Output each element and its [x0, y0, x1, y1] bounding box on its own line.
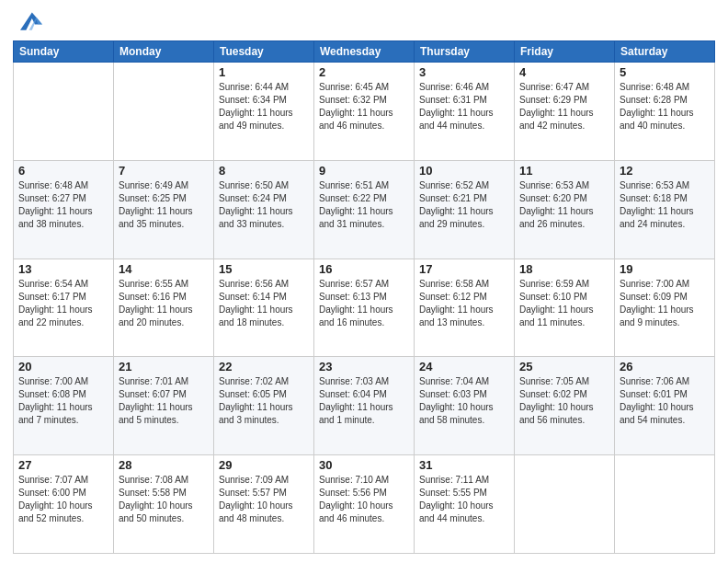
calendar-cell: 18Sunrise: 6:59 AM Sunset: 6:10 PM Dayli… [515, 259, 615, 357]
day-info: Sunrise: 6:48 AM Sunset: 6:28 PM Dayligh… [620, 81, 710, 132]
calendar-cell: 4Sunrise: 6:47 AM Sunset: 6:29 PM Daylig… [515, 63, 615, 161]
calendar-cell: 28Sunrise: 7:08 AM Sunset: 5:58 PM Dayli… [114, 455, 214, 554]
calendar-cell: 13Sunrise: 6:54 AM Sunset: 6:17 PM Dayli… [14, 259, 114, 357]
day-number: 19 [620, 262, 710, 276]
calendar-cell [14, 63, 114, 161]
day-info: Sunrise: 6:57 AM Sunset: 6:13 PM Dayligh… [319, 278, 409, 329]
day-info: Sunrise: 6:53 AM Sunset: 6:18 PM Dayligh… [620, 179, 710, 231]
day-info: Sunrise: 6:45 AM Sunset: 6:32 PM Dayligh… [319, 81, 409, 132]
weekday-header-tuesday: Tuesday [214, 41, 314, 63]
weekday-header-thursday: Thursday [415, 41, 515, 63]
calendar-cell: 12Sunrise: 6:53 AM Sunset: 6:18 PM Dayli… [615, 160, 715, 259]
calendar-cell: 25Sunrise: 7:05 AM Sunset: 6:02 PM Dayli… [515, 357, 615, 455]
header [13, 9, 715, 35]
day-number: 13 [18, 262, 108, 276]
day-number: 14 [119, 262, 209, 276]
day-number: 4 [519, 65, 609, 79]
calendar-cell: 8Sunrise: 6:50 AM Sunset: 6:24 PM Daylig… [214, 160, 314, 259]
day-info: Sunrise: 7:08 AM Sunset: 5:58 PM Dayligh… [119, 474, 209, 525]
day-info: Sunrise: 7:05 AM Sunset: 6:02 PM Dayligh… [519, 375, 609, 427]
day-number: 21 [119, 360, 209, 373]
weekday-header-sunday: Sunday [14, 41, 114, 63]
calendar-cell: 14Sunrise: 6:55 AM Sunset: 6:16 PM Dayli… [114, 259, 214, 357]
day-number: 6 [18, 164, 108, 178]
calendar-cell: 29Sunrise: 7:09 AM Sunset: 5:57 PM Dayli… [214, 455, 314, 554]
calendar-cell: 17Sunrise: 6:58 AM Sunset: 6:12 PM Dayli… [415, 259, 515, 357]
day-number: 20 [18, 360, 108, 373]
day-number: 17 [419, 262, 509, 276]
day-number: 30 [319, 458, 409, 472]
day-number: 18 [519, 262, 609, 276]
calendar-cell: 2Sunrise: 6:45 AM Sunset: 6:32 PM Daylig… [314, 63, 415, 161]
day-number: 1 [219, 65, 309, 79]
calendar-cell: 22Sunrise: 7:02 AM Sunset: 6:05 PM Dayli… [214, 357, 314, 455]
day-info: Sunrise: 7:04 AM Sunset: 6:03 PM Dayligh… [419, 375, 509, 427]
day-number: 27 [18, 458, 108, 472]
day-info: Sunrise: 6:49 AM Sunset: 6:25 PM Dayligh… [119, 179, 209, 231]
day-info: Sunrise: 6:47 AM Sunset: 6:29 PM Dayligh… [519, 81, 609, 132]
day-number: 10 [419, 164, 509, 178]
day-info: Sunrise: 7:00 AM Sunset: 6:09 PM Dayligh… [620, 278, 710, 329]
day-number: 8 [219, 164, 309, 178]
day-info: Sunrise: 6:48 AM Sunset: 6:27 PM Dayligh… [18, 179, 108, 231]
day-info: Sunrise: 6:52 AM Sunset: 6:21 PM Dayligh… [419, 179, 509, 231]
day-info: Sunrise: 6:46 AM Sunset: 6:31 PM Dayligh… [419, 81, 509, 132]
week-row-5: 27Sunrise: 7:07 AM Sunset: 6:00 PM Dayli… [14, 455, 715, 554]
calendar-cell: 16Sunrise: 6:57 AM Sunset: 6:13 PM Dayli… [314, 259, 415, 357]
week-row-1: 1Sunrise: 6:44 AM Sunset: 6:34 PM Daylig… [14, 63, 715, 161]
calendar-cell: 21Sunrise: 7:01 AM Sunset: 6:07 PM Dayli… [114, 357, 214, 455]
day-info: Sunrise: 6:53 AM Sunset: 6:20 PM Dayligh… [519, 179, 609, 231]
day-number: 7 [119, 164, 209, 178]
weekday-header-monday: Monday [114, 41, 214, 63]
calendar-cell [515, 455, 615, 554]
calendar-cell: 19Sunrise: 7:00 AM Sunset: 6:09 PM Dayli… [615, 259, 715, 357]
week-row-3: 13Sunrise: 6:54 AM Sunset: 6:17 PM Dayli… [14, 259, 715, 357]
calendar-cell: 3Sunrise: 6:46 AM Sunset: 6:31 PM Daylig… [415, 63, 515, 161]
day-info: Sunrise: 7:06 AM Sunset: 6:01 PM Dayligh… [620, 375, 710, 427]
day-info: Sunrise: 7:02 AM Sunset: 6:05 PM Dayligh… [219, 375, 309, 427]
day-number: 11 [519, 164, 609, 178]
day-number: 23 [319, 360, 409, 373]
day-info: Sunrise: 7:07 AM Sunset: 6:00 PM Dayligh… [18, 474, 108, 525]
calendar-cell: 30Sunrise: 7:10 AM Sunset: 5:56 PM Dayli… [314, 455, 415, 554]
logo-icon [13, 9, 42, 35]
day-number: 3 [419, 65, 509, 79]
day-info: Sunrise: 6:51 AM Sunset: 6:22 PM Dayligh… [319, 179, 409, 231]
day-info: Sunrise: 7:09 AM Sunset: 5:57 PM Dayligh… [219, 474, 309, 525]
day-info: Sunrise: 6:54 AM Sunset: 6:17 PM Dayligh… [18, 278, 108, 329]
day-info: Sunrise: 6:55 AM Sunset: 6:16 PM Dayligh… [119, 278, 209, 329]
calendar-cell: 24Sunrise: 7:04 AM Sunset: 6:03 PM Dayli… [415, 357, 515, 455]
calendar-cell: 9Sunrise: 6:51 AM Sunset: 6:22 PM Daylig… [314, 160, 415, 259]
calendar-cell: 11Sunrise: 6:53 AM Sunset: 6:20 PM Dayli… [515, 160, 615, 259]
day-number: 25 [519, 360, 609, 373]
calendar-cell: 7Sunrise: 6:49 AM Sunset: 6:25 PM Daylig… [114, 160, 214, 259]
day-info: Sunrise: 6:50 AM Sunset: 6:24 PM Dayligh… [219, 179, 309, 231]
calendar-cell: 6Sunrise: 6:48 AM Sunset: 6:27 PM Daylig… [14, 160, 114, 259]
day-info: Sunrise: 7:11 AM Sunset: 5:55 PM Dayligh… [419, 474, 509, 525]
calendar-cell: 20Sunrise: 7:00 AM Sunset: 6:08 PM Dayli… [14, 357, 114, 455]
day-info: Sunrise: 7:03 AM Sunset: 6:04 PM Dayligh… [319, 375, 409, 427]
calendar-cell: 27Sunrise: 7:07 AM Sunset: 6:00 PM Dayli… [14, 455, 114, 554]
day-number: 22 [219, 360, 309, 373]
week-row-2: 6Sunrise: 6:48 AM Sunset: 6:27 PM Daylig… [14, 160, 715, 259]
day-number: 15 [219, 262, 309, 276]
calendar-cell: 5Sunrise: 6:48 AM Sunset: 6:28 PM Daylig… [615, 63, 715, 161]
day-info: Sunrise: 6:58 AM Sunset: 6:12 PM Dayligh… [419, 278, 509, 329]
calendar-cell: 15Sunrise: 6:56 AM Sunset: 6:14 PM Dayli… [214, 259, 314, 357]
calendar: SundayMondayTuesdayWednesdayThursdayFrid… [13, 40, 715, 554]
calendar-cell: 1Sunrise: 6:44 AM Sunset: 6:34 PM Daylig… [214, 63, 314, 161]
calendar-cell: 23Sunrise: 7:03 AM Sunset: 6:04 PM Dayli… [314, 357, 415, 455]
day-number: 29 [219, 458, 309, 472]
day-info: Sunrise: 6:59 AM Sunset: 6:10 PM Dayligh… [519, 278, 609, 329]
day-info: Sunrise: 7:10 AM Sunset: 5:56 PM Dayligh… [319, 474, 409, 525]
day-info: Sunrise: 7:01 AM Sunset: 6:07 PM Dayligh… [119, 375, 209, 427]
day-number: 24 [419, 360, 509, 373]
weekday-header-wednesday: Wednesday [314, 41, 415, 63]
weekday-header-friday: Friday [515, 41, 615, 63]
day-info: Sunrise: 6:44 AM Sunset: 6:34 PM Dayligh… [219, 81, 309, 132]
day-number: 16 [319, 262, 409, 276]
calendar-cell: 26Sunrise: 7:06 AM Sunset: 6:01 PM Dayli… [615, 357, 715, 455]
day-number: 31 [419, 458, 509, 472]
calendar-cell: 31Sunrise: 7:11 AM Sunset: 5:55 PM Dayli… [415, 455, 515, 554]
day-number: 28 [119, 458, 209, 472]
